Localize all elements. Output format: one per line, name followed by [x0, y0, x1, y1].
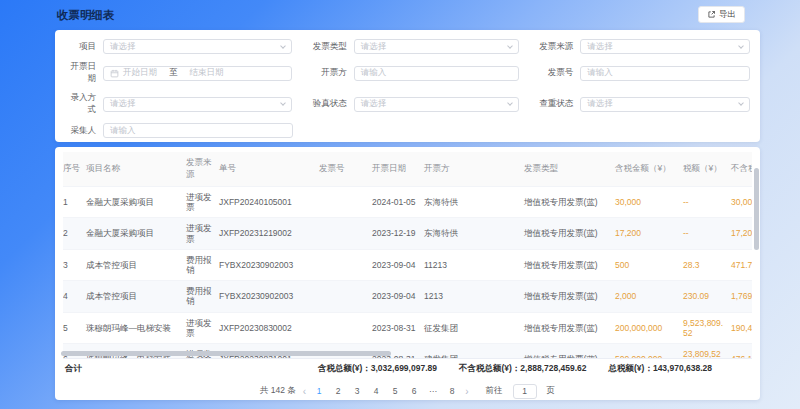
goto-page-input[interactable] [513, 384, 537, 399]
vertical-scrollbar[interactable] [754, 168, 759, 250]
summary-row: 合计 含税总额(¥)：3,032,699,097.89不含税总额(¥)：2,88… [63, 358, 752, 379]
table-row[interactable]: 4成本管控项目费用报销FYBX202309020032023-09-041213… [63, 281, 752, 312]
table-body: 1金融大厦采购项目进项发票JXFP202401050012024-01-05东海… [63, 187, 752, 359]
table-row[interactable]: 3成本管控项目费用报销FYBX202309020032023-09-041121… [63, 249, 752, 280]
table-cell: JXFP20231219002 [219, 218, 319, 249]
invoice-date-label: 开票日期 [65, 61, 103, 85]
page-number-button[interactable]: 5 [389, 386, 401, 396]
table-cell: 费用报销 [186, 249, 219, 280]
table-cell: 30,000 [731, 187, 752, 218]
table-row[interactable]: 5珠穆朗玛峰—电梯安装进项发票JXFP202308300022023-08-31… [63, 312, 752, 343]
table-cell: -- [683, 218, 731, 249]
table-scroll-area[interactable]: 序号项目名称发票来源单号发票号开票日期开票方发票类型含税金额（¥）税额（¥）不含… [63, 152, 752, 358]
page-number-button[interactable]: 4 [370, 386, 382, 396]
table-cell: 2023-12-19 [372, 218, 424, 249]
collector-input[interactable]: 请输入 [103, 123, 293, 138]
invoice-type-select[interactable]: 请选择 [354, 39, 520, 54]
invoice-number-input[interactable]: 请输入 [580, 66, 750, 81]
table-cell: 增值税专用发票(蓝) [524, 312, 615, 343]
invoice-source-placeholder: 请选择 [587, 41, 613, 53]
chevron-down-icon [508, 43, 514, 49]
table-cell: 17,200 [731, 218, 752, 249]
table-header-row: 序号项目名称发票来源单号发票号开票日期开票方发票类型含税金额（¥）税额（¥）不含… [63, 152, 752, 187]
table-cell: 进项发票 [186, 187, 219, 218]
table-column-header: 发票类型 [524, 152, 615, 187]
table-row[interactable]: 1金融大厦采购项目进项发票JXFP202401050012024-01-05东海… [63, 187, 752, 218]
chevron-down-icon [280, 43, 286, 49]
table-cell: FYBX20230902003 [219, 281, 319, 312]
collector-label: 采集人 [65, 125, 103, 137]
table-cell: 500,000,000 [615, 343, 683, 358]
chevron-down-icon [508, 100, 514, 106]
table-cell: 增值税专用发票(蓝) [524, 218, 615, 249]
table-column-header: 税额（¥） [683, 152, 731, 187]
page-number-button[interactable]: 3 [351, 386, 363, 396]
table-cell: 200,000,000 [615, 312, 683, 343]
table-cell: 9,523,809.52 [683, 312, 731, 343]
table-cell: 增值税专用发票(蓝) [524, 187, 615, 218]
table-cell: -- [683, 187, 731, 218]
table-cell: 471.7 [731, 249, 752, 280]
project-placeholder: 请选择 [110, 41, 136, 53]
page-number-button[interactable]: 2 [332, 386, 344, 396]
table-cell: 成本管控项目 [86, 249, 186, 280]
invoice-table-panel: 序号项目名称发票来源单号发票号开票日期开票方发票类型含税金额（¥）税额（¥）不含… [55, 147, 760, 400]
entry-method-select[interactable]: 请选择 [103, 97, 292, 112]
issuer-label: 开票方 [292, 67, 354, 79]
table-cell: 征发集团 [424, 312, 524, 343]
table-cell: 1213 [424, 281, 524, 312]
export-button[interactable]: 导出 [698, 6, 745, 23]
table-cell: JXFP20230830002 [219, 312, 319, 343]
table-cell: 190,476,190.48 [731, 312, 752, 343]
invoice-source-select[interactable]: 请选择 [580, 39, 750, 54]
table-cell: 4 [63, 281, 86, 312]
table-cell: 28.3 [683, 249, 731, 280]
table-column-header: 发票号 [319, 152, 372, 187]
table-cell: 金融大厦采购项目 [86, 218, 186, 249]
issuer-input[interactable]: 请输入 [354, 66, 520, 81]
goto-label: 前往 [486, 385, 503, 397]
table-column-header: 单号 [219, 152, 319, 187]
table-cell [319, 218, 372, 249]
invoice-date-range[interactable]: 开始日期 至 结束日期 [103, 66, 292, 81]
table-cell [319, 249, 372, 280]
page-title: 收票明细表 [57, 8, 115, 23]
project-select[interactable]: 请选择 [103, 39, 292, 54]
export-label: 导出 [719, 9, 736, 21]
table-cell: 30,000 [615, 187, 683, 218]
project-label: 项目 [65, 41, 103, 53]
summary-total: 总税额(¥)：143,970,638.28 [609, 363, 712, 375]
invoice-table: 序号项目名称发票来源单号发票号开票日期开票方发票类型含税金额（¥）税额（¥）不含… [63, 152, 752, 358]
table-column-header: 项目名称 [86, 152, 186, 187]
table-cell: 1,769.91 [731, 281, 752, 312]
collector-placeholder: 请输入 [110, 125, 136, 137]
horizontal-scrollbar[interactable] [61, 351, 391, 356]
page-number-button[interactable]: 6 [408, 386, 420, 396]
table-cell: 5 [63, 312, 86, 343]
table-cell: 17,200 [615, 218, 683, 249]
table-cell: 成本管控项目 [86, 281, 186, 312]
duplicate-status-select[interactable]: 请选择 [580, 97, 750, 112]
table-cell: 23,809,523.81 [683, 343, 731, 358]
invoice-source-label: 发票来源 [519, 41, 580, 53]
entry-method-placeholder: 请选择 [110, 98, 136, 110]
pagination: 共 142 条 ‹ 123456···8 › 前往 页 [63, 379, 752, 403]
table-cell [319, 281, 372, 312]
entry-method-label: 录入方式 [65, 92, 103, 116]
invoice-type-placeholder: 请选择 [361, 41, 387, 53]
table-cell: 费用报销 [186, 281, 219, 312]
page-ellipsis: ··· [427, 386, 439, 396]
table-row[interactable]: 2金融大厦采购项目进项发票JXFP202312190022023-12-19东海… [63, 218, 752, 249]
duplicate-status-placeholder: 请选择 [587, 98, 613, 110]
page-number-button[interactable]: 1 [313, 386, 325, 396]
export-icon [707, 10, 716, 19]
table-cell: 11213 [424, 249, 524, 280]
prev-page-button[interactable]: ‹ [303, 386, 306, 397]
end-date-placeholder: 结束日期 [190, 67, 224, 79]
next-page-button[interactable]: › [465, 386, 468, 397]
verification-status-select[interactable]: 请选择 [354, 97, 520, 112]
invoice-number-label: 发票号 [519, 67, 580, 79]
table-column-header: 开票日期 [372, 152, 424, 187]
page-number-button[interactable]: 8 [446, 386, 458, 396]
table-column-header: 发票来源 [186, 152, 219, 187]
